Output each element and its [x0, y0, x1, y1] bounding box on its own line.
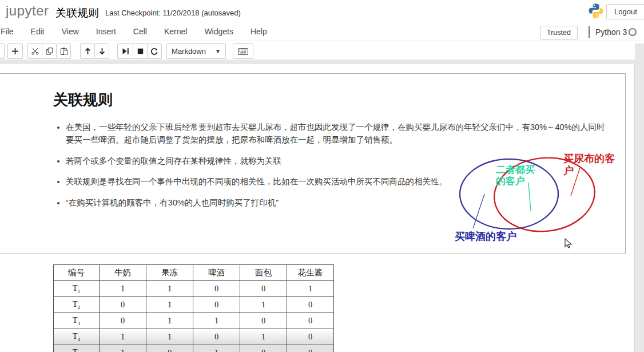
- paste-cell-button[interactable]: [56, 43, 71, 59]
- table-cell: 0: [240, 345, 287, 352]
- table-row: T510100: [54, 345, 334, 352]
- table-cell: 0: [287, 313, 334, 329]
- table-cell: 1: [146, 313, 193, 329]
- menu-bar: FileEditViewInsertCellKernelWidgetsHelp …: [0, 23, 644, 41]
- markdown-cell-table[interactable]: 编号牛奶果冻啤酒面包花生酱 T111001T201010T301100T4110…: [53, 264, 334, 352]
- table-cell: 0: [100, 313, 146, 329]
- row-label-cell: T2: [54, 297, 100, 313]
- table-cell: 1: [100, 281, 146, 297]
- table-cell: 0: [193, 297, 240, 313]
- row-label-cell: T1: [54, 281, 100, 297]
- menu-item-widgets[interactable]: Widgets: [196, 23, 242, 40]
- table-cell: 1: [146, 281, 193, 297]
- table-cell: 0: [240, 281, 287, 297]
- jupyter-notebook-window: jupyter 关联规则 Last Checkpoint: 11/20/2018…: [0, 0, 644, 352]
- menu-item-view[interactable]: View: [53, 23, 88, 40]
- checkpoint-status: Last Checkpoint: 11/20/2018 (autosaved): [105, 9, 241, 17]
- table-cell: 1: [240, 297, 287, 313]
- move-cell-down-button[interactable]: [94, 43, 109, 59]
- table-header-row: 编号牛奶果冻啤酒面包花生酱: [54, 265, 334, 281]
- table-row: T201010: [54, 297, 334, 313]
- venn-left-label: 买啤酒的客户: [455, 231, 546, 243]
- copy-icon: [46, 48, 53, 55]
- table-header-cell: 果冻: [146, 265, 193, 281]
- scrollbar-track[interactable]: [635, 43, 644, 60]
- logout-button[interactable]: Logout: [606, 4, 644, 19]
- trusted-badge[interactable]: Trusted: [540, 26, 578, 39]
- table-cell: 0: [193, 329, 240, 345]
- table-cell: 0: [287, 297, 334, 313]
- kernel-name: Python 3: [595, 27, 627, 37]
- menu-item-file[interactable]: File: [0, 23, 22, 40]
- chevron-down-icon: ▼: [215, 48, 221, 54]
- table-cell: 0: [240, 313, 287, 329]
- python-logo-icon: [587, 2, 605, 19]
- table-row: T111001: [54, 281, 334, 297]
- run-cell-button[interactable]: [117, 43, 133, 59]
- table-cell: 0: [146, 345, 193, 352]
- table-body: T111001T201010T301100T411010T510100: [54, 281, 334, 352]
- restart-kernel-button[interactable]: [147, 43, 162, 59]
- table-row: T301100: [54, 313, 334, 329]
- venn-overlap-label: 二者都买 的客户: [496, 164, 551, 187]
- arrow-up-icon: [84, 48, 92, 55]
- table-header-cell: 啤酒: [193, 265, 240, 281]
- restart-icon: [150, 48, 158, 56]
- scissors-icon: [31, 48, 39, 55]
- cell-type-dropdown[interactable]: Markdown ▼: [166, 43, 226, 59]
- table-cell: 1: [146, 329, 193, 345]
- mouse-cursor: [564, 238, 573, 252]
- menu-item-help[interactable]: Help: [242, 23, 276, 40]
- bullet-item: 在美国，一些年轻的父亲下班后经常要到超市去买婴儿尿布，超市也因此发现了一个规律，…: [66, 121, 613, 147]
- transactions-table: 编号牛奶果冻啤酒面包花生酱 T111001T201010T301100T4110…: [53, 264, 334, 352]
- cut-cell-button[interactable]: [27, 43, 42, 59]
- interrupt-kernel-button[interactable]: [133, 43, 148, 59]
- row-label-cell: T5: [54, 345, 100, 352]
- move-cell-up-button[interactable]: [80, 43, 95, 59]
- plus-icon: [11, 48, 19, 55]
- menu-item-cell[interactable]: Cell: [125, 23, 156, 40]
- overlap-pointer-line: [528, 183, 531, 211]
- notebook-container: 关联规则 在美国，一些年轻的父亲下班后经常要到超市去买婴儿尿布，超市也因此发现了…: [0, 64, 635, 352]
- table-header-cell: 牛奶: [100, 265, 146, 281]
- table-cell: 0: [287, 345, 334, 352]
- menu-item-edit[interactable]: Edit: [22, 23, 53, 40]
- kernel-divider: [589, 26, 590, 38]
- save-button[interactable]: [0, 43, 5, 59]
- jupyter-logo[interactable]: jupyter: [6, 3, 49, 19]
- row-label-cell: T3: [54, 313, 100, 329]
- row-label-cell: T4: [54, 329, 100, 345]
- kernel-status-icon: [629, 28, 637, 36]
- header: jupyter 关联规则 Last Checkpoint: 11/20/2018…: [0, 0, 644, 23]
- add-cell-button[interactable]: [7, 43, 23, 59]
- venn-right-label: 买尿布的客户: [563, 153, 617, 176]
- cell-type-value: Markdown: [172, 47, 206, 56]
- table-cell: 0: [287, 329, 334, 345]
- table-cell: 1: [240, 329, 287, 345]
- table-cell: 1: [146, 297, 193, 313]
- table-cell: 1: [193, 313, 240, 329]
- table-header-cell: 编号: [54, 265, 100, 281]
- keyboard-icon: [238, 48, 248, 55]
- arrow-down-icon: [98, 48, 106, 55]
- run-icon: [122, 48, 129, 55]
- table-cell: 1: [193, 345, 240, 352]
- table-header-cell: 花生酱: [287, 265, 334, 281]
- cell-heading: 关联规则: [53, 90, 625, 110]
- markdown-cell-intro[interactable]: 关联规则 在美国，一些年轻的父亲下班后经常要到超市去买婴儿尿布，超市也因此发现了…: [0, 73, 626, 254]
- stop-icon: [137, 48, 144, 55]
- table-row: T411010: [54, 329, 334, 345]
- table-cell: 0: [100, 297, 146, 313]
- table-header-cell: 面包: [240, 265, 287, 281]
- venn-diagram-image: 二者都买 的客户 买尿布的客户 买啤酒的客户: [451, 152, 626, 255]
- menu-item-insert[interactable]: Insert: [88, 23, 125, 40]
- table-cell: 1: [100, 345, 146, 352]
- table-cell: 1: [287, 281, 334, 297]
- menu-item-kernel[interactable]: Kernel: [156, 23, 196, 40]
- notebook-title[interactable]: 关联规则: [55, 6, 99, 21]
- command-palette-button[interactable]: [233, 43, 253, 59]
- table-cell: 1: [100, 329, 146, 345]
- notebook-scroll-area[interactable]: 关联规则 在美国，一些年轻的父亲下班后经常要到超市去买婴儿尿布，超市也因此发现了…: [0, 60, 644, 352]
- table-cell: 0: [193, 281, 240, 297]
- copy-cell-button[interactable]: [42, 43, 57, 59]
